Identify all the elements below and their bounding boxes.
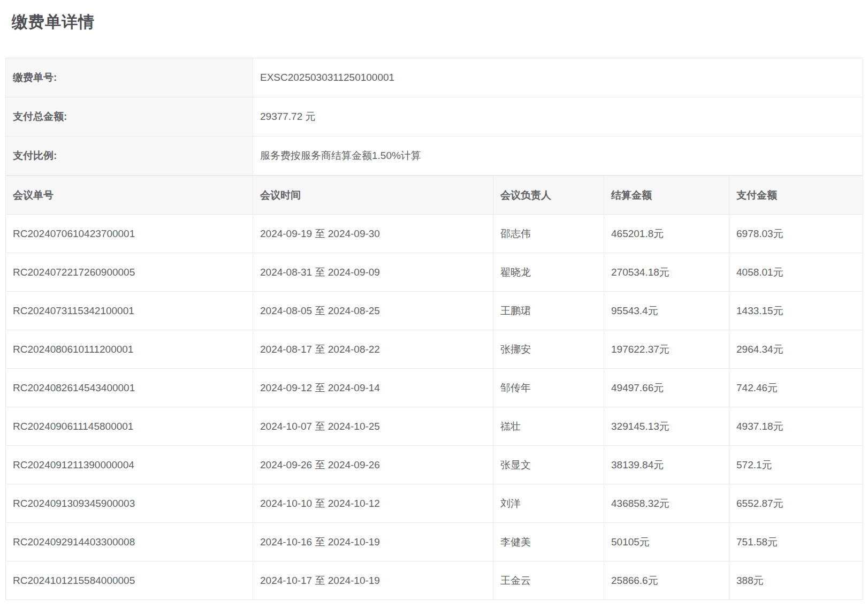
cell-settlement-amount: 270534.18元 bbox=[604, 253, 729, 292]
cell-order-no: RC2024072217260900005 bbox=[6, 253, 253, 292]
cell-settlement-amount: 197622.37元 bbox=[604, 330, 729, 369]
payment-bill-detail-page: 缴费单详情 缴费单号:EXSC2025030311250100001支付总金额:… bbox=[0, 0, 868, 608]
column-header-order-no: 会议单号 bbox=[6, 176, 253, 215]
cell-settlement-amount: 465201.8元 bbox=[604, 215, 729, 253]
cell-meeting-time: 2024-10-17 至 2024-10-19 bbox=[253, 561, 493, 600]
cell-payment-amount: 1433.15元 bbox=[729, 292, 863, 330]
cell-meeting-time: 2024-10-16 至 2024-10-19 bbox=[253, 523, 493, 561]
cell-meeting-time: 2024-08-17 至 2024-08-22 bbox=[253, 330, 493, 369]
meetings-table: 会议单号会议时间会议负责人结算金额支付金额 RC2024070610423700… bbox=[5, 176, 863, 600]
cell-meeting-leader: 张显文 bbox=[493, 446, 604, 484]
tables-container: 缴费单号:EXSC2025030311250100001支付总金额:29377.… bbox=[5, 58, 863, 600]
column-header-meeting-leader: 会议负责人 bbox=[493, 176, 604, 215]
cell-payment-amount: 388元 bbox=[729, 561, 863, 600]
column-header-payment-amount: 支付金额 bbox=[729, 176, 863, 215]
cell-order-no: RC2024101215584000005 bbox=[6, 561, 253, 600]
cell-meeting-time: 2024-08-31 至 2024-09-09 bbox=[253, 253, 493, 292]
cell-meeting-time: 2024-10-10 至 2024-10-12 bbox=[253, 484, 493, 523]
cell-payment-amount: 4058.01元 bbox=[729, 253, 863, 292]
cell-payment-amount: 6552.87元 bbox=[729, 484, 863, 523]
table-row: RC20240906111458000012024-10-07 至 2024-1… bbox=[6, 407, 863, 446]
cell-meeting-leader: 王金云 bbox=[493, 561, 604, 600]
table-header-row: 会议单号会议时间会议负责人结算金额支付金额 bbox=[6, 176, 863, 215]
cell-meeting-time: 2024-08-05 至 2024-08-25 bbox=[253, 292, 493, 330]
info-value: 29377.72 元 bbox=[253, 97, 863, 136]
cell-settlement-amount: 38139.84元 bbox=[604, 446, 729, 484]
cell-settlement-amount: 329145.13元 bbox=[604, 407, 729, 446]
cell-settlement-amount: 50105元 bbox=[604, 523, 729, 561]
cell-meeting-leader: 刘洋 bbox=[493, 484, 604, 523]
info-value: 服务费按服务商结算金额1.50%计算 bbox=[253, 136, 863, 176]
cell-meeting-leader: 王鹏珺 bbox=[493, 292, 604, 330]
table-row: RC20240913093459000032024-10-10 至 2024-1… bbox=[6, 484, 863, 523]
cell-meeting-time: 2024-09-26 至 2024-09-26 bbox=[253, 446, 493, 484]
cell-payment-amount: 2964.34元 bbox=[729, 330, 863, 369]
info-label: 支付总金额: bbox=[6, 97, 253, 136]
cell-order-no: RC2024090611145800001 bbox=[6, 407, 253, 446]
cell-meeting-leader: 张挪安 bbox=[493, 330, 604, 369]
info-label: 支付比例: bbox=[6, 136, 253, 176]
info-row: 支付比例:服务费按服务商结算金额1.50%计算 bbox=[6, 136, 863, 176]
cell-meeting-time: 2024-09-12 至 2024-09-14 bbox=[253, 369, 493, 407]
page-title: 缴费单详情 bbox=[0, 0, 868, 33]
table-row: RC20240706104237000012024-09-19 至 2024-0… bbox=[6, 215, 863, 253]
info-row: 支付总金额:29377.72 元 bbox=[6, 97, 863, 136]
table-row: RC20240731153421000012024-08-05 至 2024-0… bbox=[6, 292, 863, 330]
cell-payment-amount: 6978.03元 bbox=[729, 215, 863, 253]
cell-order-no: RC2024082614543400001 bbox=[6, 369, 253, 407]
cell-meeting-time: 2024-09-19 至 2024-09-30 bbox=[253, 215, 493, 253]
column-header-settlement-amount: 结算金额 bbox=[604, 176, 729, 215]
cell-meeting-leader: 翟晓龙 bbox=[493, 253, 604, 292]
cell-order-no: RC2024092914403300008 bbox=[6, 523, 253, 561]
cell-settlement-amount: 436858.32元 bbox=[604, 484, 729, 523]
cell-meeting-leader: 邵志伟 bbox=[493, 215, 604, 253]
cell-order-no: RC2024091211390000004 bbox=[6, 446, 253, 484]
cell-payment-amount: 572.1元 bbox=[729, 446, 863, 484]
table-row: RC20240722172609000052024-08-31 至 2024-0… bbox=[6, 253, 863, 292]
cell-settlement-amount: 25866.6元 bbox=[604, 561, 729, 600]
table-row: RC20240806101112000012024-08-17 至 2024-0… bbox=[6, 330, 863, 369]
info-value: EXSC2025030311250100001 bbox=[253, 58, 863, 97]
bill-info-table: 缴费单号:EXSC2025030311250100001支付总金额:29377.… bbox=[5, 58, 863, 176]
cell-settlement-amount: 49497.66元 bbox=[604, 369, 729, 407]
cell-order-no: RC2024070610423700001 bbox=[6, 215, 253, 253]
cell-meeting-leader: 禚壮 bbox=[493, 407, 604, 446]
info-label: 缴费单号: bbox=[6, 58, 253, 97]
table-row: RC20240929144033000082024-10-16 至 2024-1… bbox=[6, 523, 863, 561]
cell-payment-amount: 751.58元 bbox=[729, 523, 863, 561]
table-row: RC20240912113900000042024-09-26 至 2024-0… bbox=[6, 446, 863, 484]
column-header-meeting-time: 会议时间 bbox=[253, 176, 493, 215]
cell-payment-amount: 4937.18元 bbox=[729, 407, 863, 446]
cell-order-no: RC2024073115342100001 bbox=[6, 292, 253, 330]
table-row: RC20240826145434000012024-09-12 至 2024-0… bbox=[6, 369, 863, 407]
cell-meeting-leader: 李健美 bbox=[493, 523, 604, 561]
cell-settlement-amount: 95543.4元 bbox=[604, 292, 729, 330]
table-row: RC20241012155840000052024-10-17 至 2024-1… bbox=[6, 561, 863, 600]
cell-order-no: RC2024091309345900003 bbox=[6, 484, 253, 523]
info-row: 缴费单号:EXSC2025030311250100001 bbox=[6, 58, 863, 97]
cell-meeting-leader: 邹传年 bbox=[493, 369, 604, 407]
cell-order-no: RC2024080610111200001 bbox=[6, 330, 253, 369]
cell-payment-amount: 742.46元 bbox=[729, 369, 863, 407]
cell-meeting-time: 2024-10-07 至 2024-10-25 bbox=[253, 407, 493, 446]
